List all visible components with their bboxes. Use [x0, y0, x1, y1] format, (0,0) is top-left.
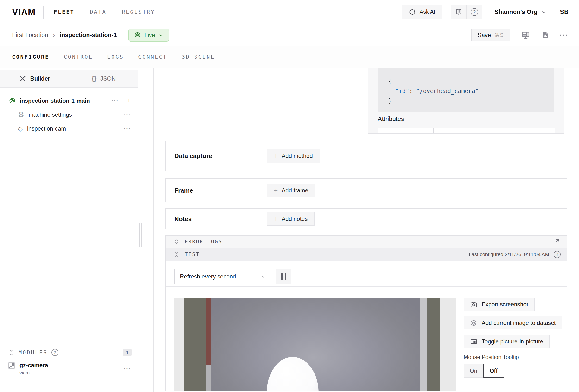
machine-more-menu[interactable]: ··· — [560, 31, 569, 39]
config-main-pane: { "id": "/overhead_camera" } Attributes … — [154, 68, 567, 392]
diamond-icon: ◇ — [18, 126, 23, 132]
monitor-icon — [521, 31, 530, 40]
frame-label: Frame — [174, 187, 267, 194]
topnav-fleet[interactable]: FLEET — [54, 9, 74, 15]
tree-item-machine-settings[interactable]: ⚙ machine settings ··· — [0, 108, 138, 122]
machine-monitor-button[interactable] — [521, 31, 530, 40]
tree-item-more-menu[interactable]: ··· — [124, 111, 131, 118]
attributes-table[interactable] — [378, 128, 555, 134]
org-switcher[interactable]: Shannon's Org — [495, 8, 547, 15]
mouse-tooltip-toggle: On Off — [464, 364, 504, 378]
pause-icon — [285, 273, 286, 280]
top-nav-bar: VIΛM FLEET DATA REGISTRY Ask AI — [0, 0, 579, 24]
open-external-icon[interactable] — [553, 238, 560, 245]
last-configured-timestamp: Last configured 2/11/26, 9:11:04 AM — [469, 251, 549, 257]
config-code-block[interactable]: { "id": "/overhead_camera" } — [378, 68, 555, 112]
camera-scene-sphere — [267, 357, 319, 391]
test-section-bar[interactable]: TEST Last configured 2/11/26, 9:11:04 AM… — [165, 248, 567, 261]
topnav-registry[interactable]: REGISTRY — [122, 9, 155, 15]
machine-status-dropdown[interactable]: Live — [128, 29, 169, 42]
machine-report-button[interactable] — [541, 31, 549, 39]
pause-refresh-button[interactable] — [276, 269, 291, 284]
json-label: JSON — [100, 75, 116, 82]
tab-connect[interactable]: CONNECT — [138, 54, 167, 60]
org-name: Shannon's Org — [495, 8, 537, 15]
camera-test-row: Export screenshot Add current image to — [166, 298, 567, 391]
tree-item-label: inspection-cam — [27, 125, 66, 132]
code-key: "id" — [395, 88, 409, 94]
code-value: "/overhead_camera" — [416, 88, 479, 94]
sidebar-drag-handle[interactable] — [139, 223, 142, 247]
attributes-label: Attributes — [378, 115, 564, 123]
test-panel: Refresh every second — [165, 261, 567, 391]
breadcrumb-location[interactable]: First Location — [12, 31, 48, 38]
component-visualization-box — [171, 69, 361, 133]
modules-help-button[interactable]: ? — [52, 349, 59, 356]
plus-icon: + — [274, 187, 278, 194]
add-component-button[interactable]: + — [127, 97, 131, 105]
layers-icon — [470, 319, 477, 327]
add-frame-button[interactable]: + Add frame — [267, 184, 315, 197]
notes-label: Notes — [174, 215, 267, 223]
builder-json-toggle: Builder {} JSON — [0, 70, 138, 87]
camera-scene-stripe-base — [206, 365, 211, 391]
camera-scene-wall-left — [184, 298, 206, 391]
ask-ai-button[interactable]: Ask AI — [402, 5, 442, 19]
add-to-dataset-button[interactable]: Add current image to dataset — [464, 316, 562, 329]
camera-controls: Export screenshot Add current image to — [464, 298, 562, 391]
tree-item-machine-part[interactable]: inspection-station-1-main ··· + — [0, 94, 138, 108]
chevron-down-icon — [541, 9, 547, 15]
save-button[interactable]: Save ⌘S — [471, 29, 510, 41]
error-logs-bar[interactable]: ERROR LOGS — [165, 235, 567, 248]
breadcrumb-separator: › — [53, 31, 55, 38]
tab-configure[interactable]: CONFIGURE — [12, 54, 49, 60]
tree-item-inspection-cam[interactable]: ◇ inspection-cam ··· — [0, 122, 138, 136]
export-screenshot-button[interactable]: Export screenshot — [464, 298, 534, 311]
tree-item-more-menu[interactable]: ··· — [111, 97, 119, 104]
save-shortcut: ⌘S — [495, 32, 504, 38]
modules-header[interactable]: MODULES ? 1 — [0, 349, 138, 356]
tooltip-on-button[interactable]: On — [464, 364, 483, 378]
pause-icon — [281, 273, 283, 280]
data-capture-card: Data capture + Add method — [165, 141, 567, 171]
module-item-gz-camera[interactable]: gz-camera viam ··· — [0, 356, 138, 376]
toggle-pip-button[interactable]: Toggle picture-in-picture — [464, 335, 550, 348]
module-icon — [8, 362, 15, 369]
camera-scene-red-stripe — [206, 298, 211, 365]
avatar[interactable]: SB — [560, 8, 569, 15]
document-chart-icon — [541, 31, 549, 39]
tooltip-off-button[interactable]: Off — [483, 364, 504, 378]
braces-icon: {} — [92, 75, 96, 82]
viam-logo[interactable]: VIΛM — [12, 7, 36, 17]
error-logs-title: ERROR LOGS — [185, 239, 222, 244]
module-name: gz-camera — [19, 362, 48, 369]
gear-icon: ⚙ — [18, 111, 24, 118]
save-label: Save — [478, 32, 491, 38]
tree-item-more-menu[interactable]: ··· — [124, 125, 131, 132]
collapse-icon — [8, 349, 14, 356]
machine-header-bar: First Location › inspection-station-1 Li… — [0, 24, 579, 46]
camera-live-feed[interactable] — [174, 298, 456, 391]
book-icon — [455, 8, 463, 16]
refresh-rate-select[interactable]: Refresh every second — [174, 269, 271, 284]
component-config-panel: { "id": "/overhead_camera" } Attributes — [368, 68, 564, 134]
documentation-button[interactable] — [451, 5, 466, 19]
status-badge: Live — [145, 32, 155, 38]
help-icon[interactable]: ? — [554, 251, 561, 258]
builder-mode-button[interactable]: Builder — [0, 70, 69, 87]
module-more-menu[interactable]: ··· — [124, 365, 131, 372]
tab-control[interactable]: CONTROL — [64, 54, 93, 60]
expand-icon — [174, 239, 179, 244]
tab-3d-scene[interactable]: 3D SCENE — [182, 54, 215, 60]
help-button[interactable]: ? — [466, 5, 482, 19]
help-icon: ? — [471, 8, 478, 16]
add-method-button[interactable]: + Add method — [267, 149, 320, 163]
json-mode-button[interactable]: {} JSON — [69, 70, 139, 87]
notes-card: Notes + Add notes — [165, 208, 567, 230]
add-notes-button[interactable]: + Add notes — [267, 212, 314, 226]
tab-logs[interactable]: LOGS — [107, 54, 124, 60]
modules-count-badge: 1 — [123, 349, 132, 356]
main-scroll-gutter[interactable] — [567, 68, 579, 392]
tree-item-label: machine settings — [29, 111, 72, 118]
topnav-data[interactable]: DATA — [90, 9, 107, 15]
